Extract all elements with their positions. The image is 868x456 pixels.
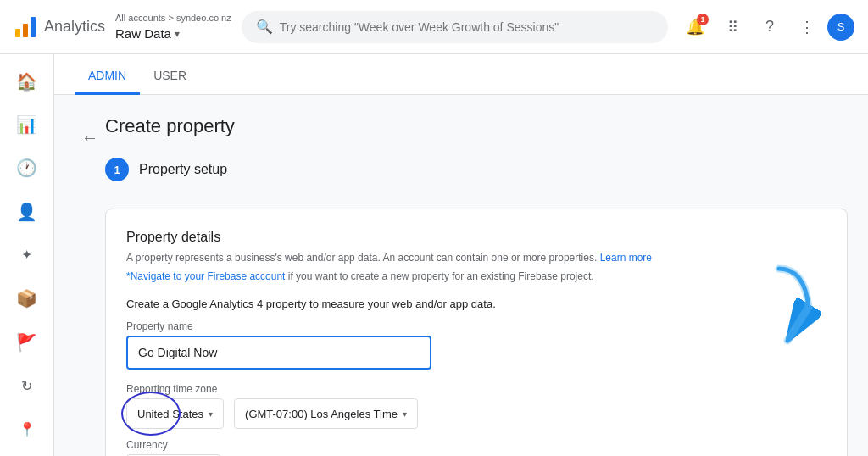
search-icon: 🔍 (256, 19, 273, 35)
analytics-logo-icon (14, 15, 37, 39)
header-icons: 🔔 1 ⠿ ? ⋮ S (678, 10, 854, 44)
content-area: ← Create property 1 Property setup Prope… (54, 95, 868, 456)
country-select-wrapper: United States ▾ (126, 398, 224, 429)
admin-panel: ADMIN USER ← Create property 1 Property … (54, 54, 868, 456)
property-details-card: Property details A property represents a… (105, 209, 848, 456)
page-title: Create property (105, 115, 848, 137)
sidebar-icon-refresh[interactable]: ↻ (7, 365, 47, 405)
arrow-annotation (711, 256, 821, 349)
step-header: 1 Property setup (105, 158, 848, 181)
tab-user[interactable]: USER (140, 58, 200, 95)
top-header: Analytics All accounts > syndeo.co.nz Ra… (0, 0, 868, 54)
tab-admin[interactable]: ADMIN (75, 58, 140, 95)
sidebar-icon-location[interactable]: 📍 (7, 409, 47, 449)
timezone-select[interactable]: (GMT-07:00) Los Angeles Time ▾ (234, 398, 418, 429)
sidebar-icon-reports[interactable]: 📊 (7, 104, 47, 144)
currency-label: Currency (126, 439, 826, 451)
firebase-link[interactable]: *Navigate to your Firebase account (126, 270, 285, 282)
card-section-title: Property details (126, 230, 826, 245)
timezone-row: Reporting time zone United States ▾ (126, 383, 826, 429)
svg-rect-1 (23, 24, 28, 37)
search-input[interactable] (280, 20, 654, 34)
left-nav-area: ← (75, 115, 105, 436)
timezone-caret-icon: ▾ (403, 409, 407, 419)
search-bar[interactable]: 🔍 (242, 11, 668, 43)
sidebar-icon-explore[interactable]: ✦ (7, 235, 47, 275)
country-select[interactable]: United States ▾ (126, 398, 224, 429)
app-title: Analytics (44, 18, 105, 36)
country-caret-icon: ▾ (209, 409, 213, 419)
sidebar-icon-user[interactable]: 👤 (7, 192, 47, 231)
notifications-button[interactable]: 🔔 1 (678, 10, 712, 44)
logo-area: Analytics (14, 15, 105, 39)
account-name: Raw Data ▾ (115, 26, 180, 41)
apps-button[interactable]: ⠿ (715, 10, 749, 44)
back-button[interactable]: ← (75, 122, 105, 153)
property-name-input[interactable] (126, 336, 431, 370)
sidebar-icon-ads[interactable]: 📦 (7, 279, 47, 319)
step-title: Property setup (139, 162, 227, 177)
learn-more-link[interactable]: Learn more (600, 252, 652, 264)
dropdown-caret-icon[interactable]: ▾ (175, 28, 180, 40)
step-number: 1 (105, 158, 129, 181)
tabs-bar: ADMIN USER (54, 54, 868, 95)
currency-field: Currency US Dollar ($) ▾ (126, 439, 826, 456)
main-layout: 🏠 📊 🕐 👤 ✦ 📦 🚩 ↻ 📍 ADMIN USER ← Create pr… (0, 54, 868, 456)
timezone-label: Reporting time zone (126, 383, 418, 395)
breadcrumb: All accounts > syndeo.co.nz Raw Data ▾ (115, 13, 231, 41)
svg-rect-2 (31, 17, 36, 37)
avatar[interactable]: S (827, 14, 854, 41)
sidebar-icon-history[interactable]: 🕐 (7, 148, 47, 188)
breadcrumb-top: All accounts > syndeo.co.nz (115, 13, 231, 23)
more-button[interactable]: ⋮ (790, 10, 824, 44)
help-button[interactable]: ? (753, 10, 787, 44)
timezone-field: Reporting time zone United States ▾ (126, 383, 418, 429)
left-sidebar: 🏠 📊 🕐 👤 ✦ 📦 🚩 ↻ 📍 (0, 54, 54, 456)
page-content: Create property 1 Property setup Propert… (105, 115, 848, 436)
sidebar-icon-home[interactable]: 🏠 (7, 61, 47, 101)
notif-badge: 1 (697, 14, 709, 25)
svg-rect-0 (15, 29, 20, 37)
sidebar-icon-flag[interactable]: 🚩 (7, 322, 47, 362)
